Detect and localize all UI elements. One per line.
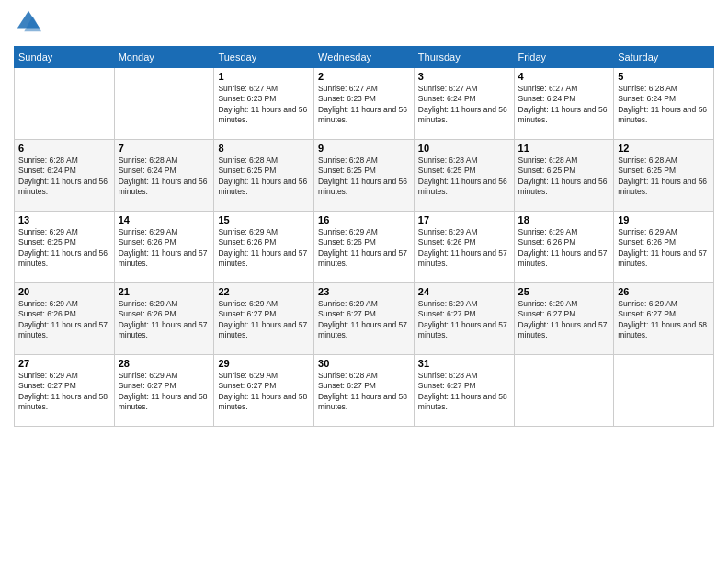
day-info: Sunrise: 6:28 AMSunset: 6:25 PMDaylight:… — [318, 155, 410, 198]
day-cell: 3Sunrise: 6:27 AMSunset: 6:24 PMDaylight… — [414, 68, 514, 140]
weekday-sunday: Sunday — [15, 47, 115, 68]
weekday-monday: Monday — [114, 47, 214, 68]
day-cell: 22Sunrise: 6:29 AMSunset: 6:27 PMDayligh… — [214, 283, 314, 355]
day-number: 7 — [119, 143, 210, 154]
day-cell — [114, 68, 214, 140]
day-cell: 15Sunrise: 6:29 AMSunset: 6:26 PMDayligh… — [214, 212, 314, 283]
day-info: Sunrise: 6:29 AMSunset: 6:26 PMDaylight:… — [18, 299, 110, 341]
day-info: Sunrise: 6:29 AMSunset: 6:26 PMDaylight:… — [518, 227, 610, 270]
day-cell: 20Sunrise: 6:29 AMSunset: 6:26 PMDayligh… — [15, 283, 115, 355]
day-cell: 8Sunrise: 6:28 AMSunset: 6:25 PMDaylight… — [214, 140, 314, 212]
day-info: Sunrise: 6:29 AMSunset: 6:27 PMDaylight:… — [218, 371, 310, 413]
week-row-1: 1Sunrise: 6:27 AMSunset: 6:23 PMDaylight… — [15, 68, 714, 140]
day-info: Sunrise: 6:27 AMSunset: 6:24 PMDaylight:… — [418, 84, 510, 126]
day-number: 2 — [318, 71, 410, 82]
day-number: 24 — [418, 286, 510, 297]
day-number: 11 — [518, 143, 610, 154]
weekday-saturday: Saturday — [614, 47, 714, 68]
day-number: 31 — [418, 358, 510, 369]
day-number: 30 — [318, 358, 410, 369]
day-info: Sunrise: 6:28 AMSunset: 6:25 PMDaylight:… — [518, 155, 610, 198]
day-number: 27 — [18, 358, 110, 369]
day-cell: 30Sunrise: 6:28 AMSunset: 6:27 PMDayligh… — [314, 355, 415, 427]
day-number: 5 — [618, 71, 710, 82]
day-number: 29 — [218, 358, 310, 369]
day-cell: 19Sunrise: 6:29 AMSunset: 6:26 PMDayligh… — [614, 212, 714, 283]
calendar: SundayMondayTuesdayWednesdayThursdayFrid… — [14, 46, 714, 427]
day-number: 8 — [218, 143, 310, 154]
day-number: 22 — [218, 286, 310, 297]
day-number: 6 — [18, 143, 110, 154]
day-number: 12 — [618, 143, 710, 154]
day-cell: 21Sunrise: 6:29 AMSunset: 6:26 PMDayligh… — [114, 283, 214, 355]
day-number: 4 — [518, 71, 610, 82]
day-info: Sunrise: 6:28 AMSunset: 6:25 PMDaylight:… — [418, 155, 510, 198]
day-number: 18 — [518, 214, 610, 225]
week-row-4: 20Sunrise: 6:29 AMSunset: 6:26 PMDayligh… — [15, 283, 714, 355]
logo-icon — [16, 9, 41, 35]
week-row-5: 27Sunrise: 6:29 AMSunset: 6:27 PMDayligh… — [15, 355, 714, 427]
day-cell: 18Sunrise: 6:29 AMSunset: 6:26 PMDayligh… — [514, 212, 614, 283]
day-number: 10 — [418, 143, 510, 154]
logo — [14, 9, 41, 39]
day-cell: 2Sunrise: 6:27 AMSunset: 6:23 PMDaylight… — [314, 68, 415, 140]
day-info: Sunrise: 6:29 AMSunset: 6:25 PMDaylight:… — [18, 227, 110, 270]
day-cell: 27Sunrise: 6:29 AMSunset: 6:27 PMDayligh… — [15, 355, 115, 427]
week-row-3: 13Sunrise: 6:29 AMSunset: 6:25 PMDayligh… — [15, 212, 714, 283]
day-cell: 5Sunrise: 6:28 AMSunset: 6:24 PMDaylight… — [614, 68, 714, 140]
day-info: Sunrise: 6:29 AMSunset: 6:27 PMDaylight:… — [18, 371, 110, 413]
day-number: 9 — [318, 143, 410, 154]
day-info: Sunrise: 6:28 AMSunset: 6:24 PMDaylight:… — [18, 155, 110, 198]
day-info: Sunrise: 6:29 AMSunset: 6:27 PMDaylight:… — [518, 299, 610, 341]
day-cell: 29Sunrise: 6:29 AMSunset: 6:27 PMDayligh… — [214, 355, 314, 427]
day-cell: 25Sunrise: 6:29 AMSunset: 6:27 PMDayligh… — [514, 283, 614, 355]
day-info: Sunrise: 6:29 AMSunset: 6:26 PMDaylight:… — [218, 227, 310, 270]
day-cell: 4Sunrise: 6:27 AMSunset: 6:24 PMDaylight… — [514, 68, 614, 140]
day-cell: 11Sunrise: 6:28 AMSunset: 6:25 PMDayligh… — [514, 140, 614, 212]
day-cell: 28Sunrise: 6:29 AMSunset: 6:27 PMDayligh… — [114, 355, 214, 427]
day-number: 17 — [418, 214, 510, 225]
day-number: 13 — [18, 214, 110, 225]
day-cell: 17Sunrise: 6:29 AMSunset: 6:26 PMDayligh… — [414, 212, 514, 283]
day-info: Sunrise: 6:27 AMSunset: 6:23 PMDaylight:… — [218, 84, 310, 126]
day-cell: 13Sunrise: 6:29 AMSunset: 6:25 PMDayligh… — [15, 212, 115, 283]
day-number: 25 — [518, 286, 610, 297]
day-number: 20 — [18, 286, 110, 297]
weekday-thursday: Thursday — [414, 47, 514, 68]
day-info: Sunrise: 6:29 AMSunset: 6:27 PMDaylight:… — [119, 371, 210, 413]
day-info: Sunrise: 6:29 AMSunset: 6:27 PMDaylight:… — [218, 299, 310, 341]
day-cell: 31Sunrise: 6:28 AMSunset: 6:27 PMDayligh… — [414, 355, 514, 427]
day-info: Sunrise: 6:27 AMSunset: 6:23 PMDaylight:… — [318, 84, 410, 126]
week-row-2: 6Sunrise: 6:28 AMSunset: 6:24 PMDaylight… — [15, 140, 714, 212]
day-cell: 23Sunrise: 6:29 AMSunset: 6:27 PMDayligh… — [314, 283, 415, 355]
day-info: Sunrise: 6:28 AMSunset: 6:25 PMDaylight:… — [218, 155, 310, 198]
day-cell: 16Sunrise: 6:29 AMSunset: 6:26 PMDayligh… — [314, 212, 415, 283]
day-info: Sunrise: 6:29 AMSunset: 6:27 PMDaylight:… — [618, 299, 710, 341]
weekday-friday: Friday — [514, 47, 614, 68]
day-cell: 14Sunrise: 6:29 AMSunset: 6:26 PMDayligh… — [114, 212, 214, 283]
day-info: Sunrise: 6:29 AMSunset: 6:27 PMDaylight:… — [318, 299, 410, 341]
day-number: 16 — [318, 214, 410, 225]
day-info: Sunrise: 6:28 AMSunset: 6:24 PMDaylight:… — [119, 155, 210, 198]
day-info: Sunrise: 6:28 AMSunset: 6:24 PMDaylight:… — [618, 84, 710, 126]
day-cell — [15, 68, 115, 140]
day-cell — [514, 355, 614, 427]
day-info: Sunrise: 6:29 AMSunset: 6:26 PMDaylight:… — [618, 227, 710, 270]
weekday-wednesday: Wednesday — [314, 47, 415, 68]
day-number: 26 — [618, 286, 710, 297]
day-number: 19 — [618, 214, 710, 225]
day-number: 3 — [418, 71, 510, 82]
page: SundayMondayTuesdayWednesdayThursdayFrid… — [0, 0, 728, 563]
day-number: 21 — [119, 286, 210, 297]
day-number: 14 — [119, 214, 210, 225]
day-info: Sunrise: 6:28 AMSunset: 6:25 PMDaylight:… — [618, 155, 710, 198]
day-info: Sunrise: 6:28 AMSunset: 6:27 PMDaylight:… — [318, 371, 410, 413]
day-info: Sunrise: 6:29 AMSunset: 6:26 PMDaylight:… — [119, 299, 210, 341]
day-number: 1 — [218, 71, 310, 82]
day-cell: 12Sunrise: 6:28 AMSunset: 6:25 PMDayligh… — [614, 140, 714, 212]
day-cell: 10Sunrise: 6:28 AMSunset: 6:25 PMDayligh… — [414, 140, 514, 212]
day-cell: 26Sunrise: 6:29 AMSunset: 6:27 PMDayligh… — [614, 283, 714, 355]
day-cell: 24Sunrise: 6:29 AMSunset: 6:27 PMDayligh… — [414, 283, 514, 355]
weekday-tuesday: Tuesday — [214, 47, 314, 68]
day-cell: 9Sunrise: 6:28 AMSunset: 6:25 PMDaylight… — [314, 140, 415, 212]
